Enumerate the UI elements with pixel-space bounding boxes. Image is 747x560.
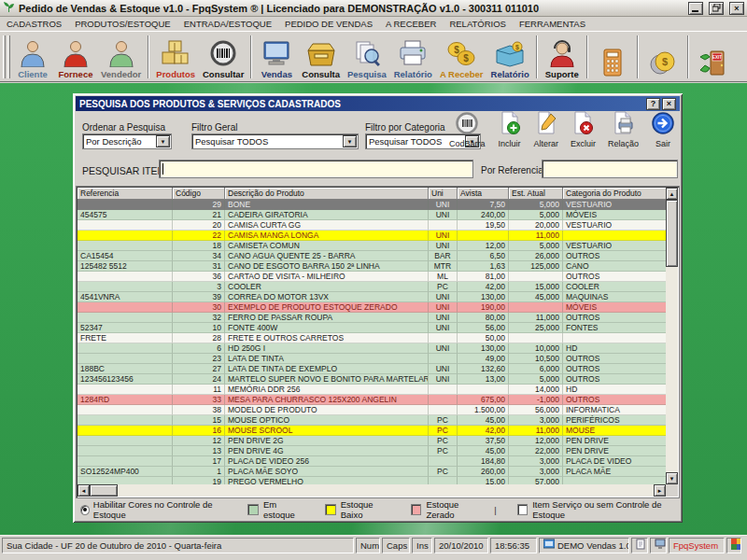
codbarra-button[interactable]: CodBarra	[449, 111, 486, 148]
toolbar-sair-app-button[interactable]: EXIT	[692, 34, 735, 80]
table-cell: 5,000	[509, 200, 563, 210]
table-row[interactable]: FRETE28FRETE E OUTROS CARRETOS50,00	[78, 333, 668, 343]
table-cell: FRETE E OUTROS CARRETOS	[225, 333, 429, 343]
toolbar-vendedor-button[interactable]: Vendedor	[97, 34, 145, 80]
table-cell: 34	[173, 251, 225, 261]
table-row[interactable]: 125482 551231CANO DE ESGOTO BARRA 150 2ª…	[78, 261, 668, 272]
toolbar-a-receber-button[interactable]: $$A Receber	[436, 34, 487, 80]
column-header-6[interactable]: Categoria do Produto	[563, 188, 668, 200]
menu-item-a-receber[interactable]: A RECEBER	[379, 18, 443, 30]
toolbar-vendas-button[interactable]: Vendas	[255, 34, 298, 80]
vertical-scrollbar[interactable]: ▲ ▼	[666, 188, 678, 484]
table-row[interactable]: 11MEMÓRIA DDR 25614,000HD	[78, 385, 668, 395]
drawer-icon	[304, 39, 338, 70]
close-button[interactable]: ×	[729, 2, 744, 15]
table-cell: MEMÓRIA DDR 256	[225, 385, 429, 395]
table-row[interactable]: 15MOUSE OPTICOPC45,003,000PERIFÉRICOS	[78, 415, 668, 426]
horizontal-scrollbar[interactable]: ◄ ►	[78, 484, 666, 497]
toolbar-grip	[3, 35, 6, 78]
table-row[interactable]: 36CARTAO DE VISITA - MILHEIROML81,00OUTR…	[78, 272, 668, 282]
search-item-input[interactable]	[159, 160, 473, 178]
enable-colors-radio[interactable]	[80, 505, 90, 515]
table-cell: 28	[173, 333, 225, 343]
column-header-4[interactable]: Avista	[458, 188, 509, 200]
table-row[interactable]: 13PEN DRIVE 4GPC45,0022,000PEN DRIVE	[78, 446, 668, 456]
toolbar-fornece-button[interactable]: Fornece	[54, 34, 97, 80]
horizontal-scroll-thumb[interactable]	[90, 484, 118, 497]
sort-filter-select[interactable]: Por Descrição ▼	[82, 133, 172, 149]
toolbar-moeda-button[interactable]: $	[641, 34, 684, 80]
menu-item-ferramentas[interactable]: FERRAMENTAS	[513, 18, 592, 30]
scroll-up-icon[interactable]: ▲	[666, 188, 678, 200]
table-row[interactable]: 5234710FONTE 400WUNI56,0025,000FONTES	[78, 323, 668, 333]
table-row[interactable]: 12PEN DRIVE 2GPC37,5012,000PEN DRIVE	[78, 436, 668, 446]
alterar-button[interactable]: Alterar	[533, 111, 558, 148]
table-row[interactable]: 22CAMISA MANGA LONGAUNI11,000	[78, 231, 668, 241]
toolbar-relatorio-financeiro-button[interactable]: $Relatório	[487, 34, 533, 80]
menu-item-pedido-de-vendas[interactable]: PEDIDO DE VENDAS	[278, 18, 379, 30]
scroll-right-icon[interactable]: ►	[654, 484, 666, 497]
table-row[interactable]: SO12524MP4001PLACA MÃE SOYOPC260,003,000…	[78, 467, 668, 477]
menu-item-cadastros[interactable]: CADASTROS	[0, 18, 68, 30]
excluir-button[interactable]: Excluir	[571, 111, 596, 148]
menu-item-relat-rios[interactable]: RELATÓRIOS	[443, 18, 513, 30]
app-icon	[543, 539, 555, 552]
chevron-down-icon[interactable]: ▼	[343, 135, 357, 147]
toolbar-consultar-button[interactable]: Consultar	[199, 34, 247, 80]
table-cell: 16	[173, 426, 225, 436]
column-header-3[interactable]: Uni	[429, 188, 458, 200]
toolbar-calculadora-button[interactable]	[591, 34, 634, 80]
table-row[interactable]: 4541VNRA39CORREA DO MOTOR 13VXUNI130,004…	[78, 292, 668, 302]
toolbar-produtos-button[interactable]: Produtos	[152, 34, 199, 80]
sair-button[interactable]: Sair	[651, 111, 675, 148]
table-row[interactable]: 23LATA DE TINTA49,0010,500OUTROS	[78, 354, 668, 364]
table-row[interactable]: 17PLACA DE VIDEO 256184,803,000PLACA DE …	[78, 456, 668, 467]
table-row[interactable]: 16MOUSE SCROOLPC42,0011,000MOUSE	[78, 426, 668, 436]
table-cell: 50,00	[458, 333, 509, 343]
table-row[interactable]: CA1545434CANO AGUA QUENTE 25 - BARRABAR6…	[78, 251, 668, 261]
table-cell	[78, 405, 173, 415]
general-filter-select[interactable]: Pesquisar TODOS ▼	[191, 133, 359, 149]
table-row[interactable]: 29BONEUNI7,505,000VESTUARIO	[78, 200, 668, 210]
scroll-down-icon[interactable]: ▼	[666, 472, 678, 484]
toolbar-relatorio-button[interactable]: Relatório	[390, 34, 436, 80]
toolbar-cliente-button[interactable]: Cliente	[11, 34, 54, 80]
table-row[interactable]: 20CAMISA CURTA GG19,5020,000VESTUARIO	[78, 220, 668, 231]
table-row[interactable]: 38MODELO DE PRODUTO1.500,0056,000INFORMA…	[78, 405, 668, 415]
table-cell: 11,000	[509, 313, 563, 323]
column-header-5[interactable]: Est. Atual	[509, 188, 563, 200]
table-row[interactable]: 188BC27LATA DE TINTA DE EXEMPLOUNI132,60…	[78, 364, 668, 374]
menu-item-produtos-estoque[interactable]: PRODUTOS/ESTOQUE	[68, 18, 177, 30]
reference-input[interactable]	[542, 160, 678, 178]
minimize-button[interactable]	[688, 2, 703, 15]
table-row[interactable]: 12345612345624MARTELO SUPER NOVO E BONIT…	[78, 374, 668, 385]
table-row[interactable]: 32FERRO DE PASSAR ROUPAUNI80,0011,000OUT…	[78, 313, 668, 323]
table-row[interactable]: 3COOLERPC42,0015,000COOLER	[78, 282, 668, 292]
table-row[interactable]: 45457521CADEIRA GIRATORIAUNI240,005,000M…	[78, 210, 668, 220]
restore-button[interactable]	[709, 2, 724, 15]
table-cell: 132,60	[458, 364, 509, 374]
toolbar-suporte-button[interactable]: Suporte	[541, 34, 584, 80]
column-header-0[interactable]: Referencia	[78, 188, 173, 200]
toolbar-consulta-button[interactable]: Consulta	[298, 34, 344, 80]
dialog-help-button[interactable]: ?	[646, 98, 660, 110]
relacao-button[interactable]: Relação	[608, 111, 639, 148]
table-cell: CORREA DO MOTOR 13VX	[225, 292, 429, 302]
dialog-close-button[interactable]: ×	[662, 98, 676, 110]
column-header-2[interactable]: Descrição do Produto	[225, 188, 429, 200]
status-text: 18:56:35	[495, 540, 529, 551]
sort-filter-label: Ordenar a Pesquisa	[82, 122, 165, 133]
table-row[interactable]: 6HD 250G IUNI130,0010,000HD	[78, 343, 668, 354]
chevron-down-icon[interactable]: ▼	[156, 135, 170, 147]
menu-item-entrada-estoque[interactable]: ENTRADA/ESTOQUE	[177, 18, 278, 30]
toolbar-pesquisa-button[interactable]: Pesquisa	[344, 34, 390, 80]
table-row[interactable]: 1284RD33MESA PARA CHURRASCO 125X200 ANGE…	[78, 395, 668, 405]
table-row[interactable]: 30EXEMPLO DE PRODUTO ESTOQUE ZERADOUNI19…	[78, 302, 668, 313]
vertical-scroll-thumb[interactable]	[666, 200, 678, 267]
table-row[interactable]: 18CAMISETA COMUNUNI12,005,000VESTUARIO	[78, 241, 668, 251]
scroll-left-icon[interactable]: ◄	[78, 484, 90, 497]
column-header-1[interactable]: Código	[173, 188, 225, 200]
stock-color-legend: Habilitar Cores no Controle de Estoque E…	[80, 502, 675, 517]
svg-text:$: $	[463, 52, 469, 63]
incluir-button[interactable]: Incluir	[498, 111, 522, 148]
